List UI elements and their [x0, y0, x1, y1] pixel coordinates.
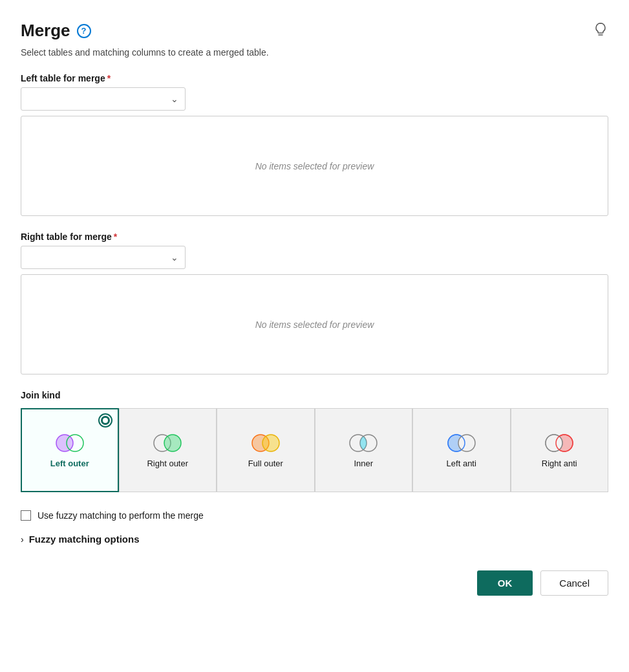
lightbulb-icon[interactable]: [593, 21, 608, 41]
right-table-preview-text: No items selected for preview: [255, 320, 374, 330]
left-anti-venn-icon: [445, 433, 478, 453]
inner-venn-icon: [346, 433, 380, 453]
right-anti-venn-icon: [542, 433, 576, 453]
right-table-required: *: [114, 232, 117, 242]
footer-row: OK Cancel: [21, 570, 608, 596]
fuzzy-checkbox-label: Use fuzzy matching to perform the merge: [37, 510, 204, 521]
svg-point-5: [262, 435, 279, 451]
left-table-preview: No items selected for preview: [21, 116, 608, 216]
fuzzy-options-row[interactable]: › Fuzzy matching options: [21, 534, 608, 545]
left-table-required: *: [107, 73, 111, 83]
join-card-inner[interactable]: Inner: [315, 408, 413, 492]
fuzzy-checkbox[interactable]: [21, 510, 31, 521]
right-outer-venn-icon: [151, 433, 184, 453]
svg-point-3: [164, 435, 181, 451]
fuzzy-matching-row: Use fuzzy matching to perform the merge: [21, 510, 608, 521]
right-table-dropdown-arrow: ⌄: [171, 252, 178, 263]
right-table-preview: No items selected for preview: [21, 274, 608, 374]
subtitle: Select tables and matching columns to cr…: [21, 47, 608, 58]
right-table-section: Right table for merge* ⌄ No items select…: [21, 232, 608, 374]
help-icon[interactable]: ?: [77, 24, 91, 38]
svg-point-0: [56, 435, 73, 451]
header-row: Merge ?: [21, 21, 608, 41]
join-card-full-outer[interactable]: Full outer: [217, 408, 315, 492]
join-card-right-anti[interactable]: Right anti: [511, 408, 609, 492]
cancel-button[interactable]: Cancel: [540, 570, 608, 596]
join-options: Left outer Right outer Full outer: [21, 408, 608, 492]
selected-indicator: [100, 415, 111, 426]
left-outer-venn-icon: [53, 433, 87, 453]
full-outer-label: Full outer: [248, 459, 283, 468]
left-anti-label: Left anti: [447, 459, 476, 468]
join-card-left-outer[interactable]: Left outer: [21, 408, 119, 492]
left-outer-label: Left outer: [50, 459, 89, 468]
right-table-label: Right table for merge*: [21, 232, 608, 242]
left-table-dropdown[interactable]: ⌄: [21, 87, 186, 111]
join-kind-section: Join kind Left outer Right outer: [21, 390, 608, 492]
left-table-section: Left table for merge* ⌄ No items selecte…: [21, 73, 608, 216]
right-outer-label: Right outer: [147, 459, 188, 468]
join-card-left-anti[interactable]: Left anti: [412, 408, 511, 492]
ok-button[interactable]: OK: [477, 570, 533, 596]
full-outer-venn-icon: [249, 433, 283, 453]
left-table-preview-text: No items selected for preview: [255, 161, 374, 171]
title-group: Merge ?: [21, 21, 91, 41]
left-table-label: Left table for merge*: [21, 73, 608, 83]
right-table-dropdown[interactable]: ⌄: [21, 246, 186, 269]
page-title: Merge: [21, 21, 70, 41]
left-table-dropdown-arrow: ⌄: [171, 94, 178, 104]
fuzzy-options-label: Fuzzy matching options: [29, 534, 140, 545]
join-card-right-outer[interactable]: Right outer: [119, 408, 217, 492]
join-kind-label: Join kind: [21, 390, 608, 400]
inner-label: Inner: [354, 459, 373, 468]
right-anti-label: Right anti: [542, 459, 577, 468]
chevron-right-icon: ›: [21, 534, 24, 545]
